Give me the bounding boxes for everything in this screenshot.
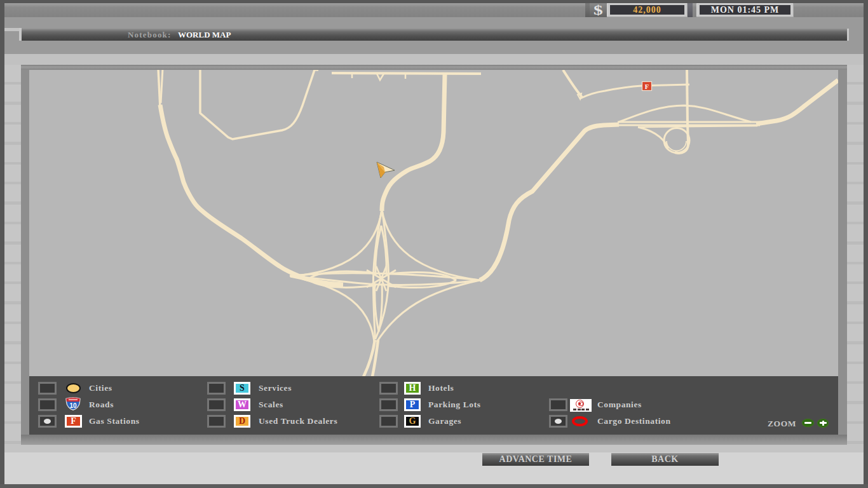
svg-text:10: 10	[69, 402, 77, 409]
svg-text:F: F	[645, 83, 649, 90]
